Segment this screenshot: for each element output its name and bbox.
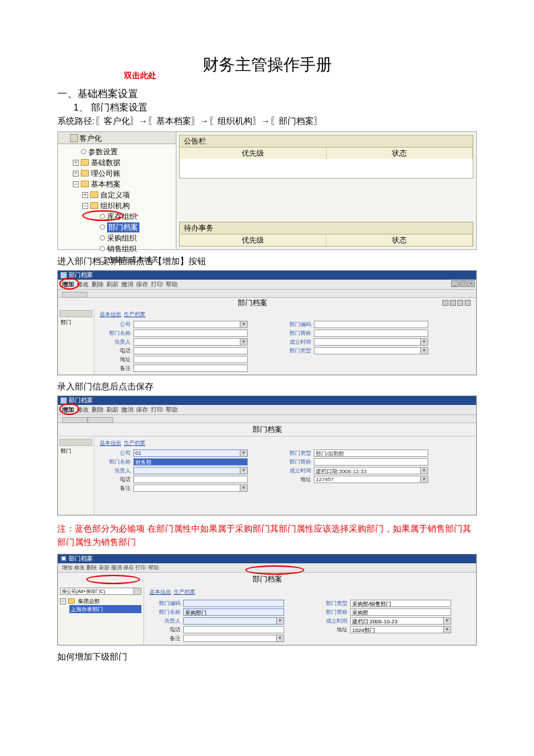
input-depttype[interactable]: 部门/后勤部 bbox=[314, 449, 428, 457]
input-resp[interactable]: ▾ bbox=[183, 617, 284, 625]
menubar[interactable]: 增加修改删除刷新撤消保存打印帮助 bbox=[58, 405, 476, 415]
form-tabs[interactable]: 基本信息生产档案 bbox=[100, 311, 471, 318]
form-tree-panel: 部门 bbox=[58, 308, 94, 375]
window-titlebar: ▣ 部门档案 bbox=[58, 555, 476, 563]
input-company[interactable]: ▾ bbox=[133, 321, 248, 328]
window-titlebar: 部门档案 bbox=[58, 271, 476, 280]
label-estdate: 成立时间 bbox=[280, 467, 311, 474]
input-deptname[interactable]: 财务部 bbox=[133, 458, 248, 466]
menubar[interactable]: 增加 修改 删除 刷新 撤消 保存 打印 帮助 bbox=[58, 563, 476, 573]
input-memo[interactable] bbox=[133, 365, 248, 372]
input-resp[interactable]: ▾ bbox=[133, 467, 248, 474]
input-estdate[interactable]: 建档日:2006-10-23▾ bbox=[350, 617, 451, 625]
input-estdate[interactable]: ▾ bbox=[314, 338, 428, 346]
todo-col-priority: 优先级 bbox=[180, 234, 327, 246]
archive-tree-panel: 按公司(Alt+按部门C) − 集团总部 上海办事部门 bbox=[58, 586, 144, 645]
input-shortname[interactable] bbox=[314, 458, 428, 466]
input-phone[interactable] bbox=[133, 476, 248, 483]
nav-path-text: 系统路径:〖客户化〗→〖基本档案〗→〖组织机构〗→〖部门档案〗 bbox=[57, 115, 477, 127]
tree-item[interactable]: 库存组织 bbox=[63, 211, 176, 222]
tree-item-selected[interactable]: 上海办事部门 bbox=[69, 605, 141, 613]
tree-root[interactable]: − 集团总部 bbox=[60, 597, 141, 605]
input-phone[interactable] bbox=[183, 626, 284, 633]
label-company: 公司 bbox=[100, 449, 131, 457]
input-company[interactable]: 01▾ bbox=[133, 449, 248, 457]
label-address: 地址 bbox=[100, 356, 131, 363]
label-depttype: 部门类型 bbox=[280, 347, 311, 354]
label-phone: 电话 bbox=[149, 626, 180, 633]
tree-root[interactable]: 部门 bbox=[59, 319, 92, 325]
input-deptcode[interactable] bbox=[183, 600, 284, 607]
form-title: 部门档案 bbox=[58, 573, 476, 586]
input-depttype[interactable]: 采购部/销售部门 bbox=[350, 600, 451, 607]
title-toolbar-icons[interactable] bbox=[441, 298, 471, 308]
tree-item[interactable]: 采购组织 bbox=[63, 232, 176, 243]
tree-root[interactable]: 部门 bbox=[59, 447, 92, 454]
label-estdate: 成立时间 bbox=[310, 617, 347, 625]
label-deptname: 部门名称 bbox=[100, 329, 131, 337]
input-deptname[interactable]: 采购部门 bbox=[183, 608, 284, 616]
tree-item[interactable]: +理公司账 bbox=[63, 168, 176, 179]
input-deptcode[interactable] bbox=[314, 321, 428, 328]
menubar[interactable]: 增加修改删除刷新撤消保存打印帮助 _□× bbox=[58, 280, 476, 290]
form-tree-panel: 部门 bbox=[58, 437, 94, 515]
input-memo[interactable]: ▾ bbox=[133, 484, 248, 492]
label-phone: 电话 bbox=[100, 347, 131, 354]
label-shortname: 部门简称 bbox=[280, 329, 311, 337]
toolbar-button[interactable] bbox=[62, 417, 88, 423]
window-controls[interactable]: _□× bbox=[450, 280, 475, 287]
tree-item[interactable]: 参数设置 bbox=[63, 146, 176, 157]
tree-item[interactable]: 仓储与成本域关 bbox=[63, 254, 176, 265]
tree-item[interactable]: +自定义项 bbox=[63, 189, 176, 200]
screenshot-dept-archive: ▣ 部门档案 增加 修改 删除 刷新 撤消 保存 打印 帮助 部门档案 按公司(… bbox=[57, 554, 477, 645]
input-address[interactable] bbox=[133, 356, 248, 363]
todo-panel: 待办事务 优先级 状态 bbox=[179, 222, 473, 247]
bulletin-panel: 公告栏 优先级 状态 bbox=[179, 135, 473, 179]
company-combo[interactable]: 按公司(Alt+按部门C) bbox=[60, 588, 141, 595]
caption-4: 如何增加下级部门 bbox=[57, 651, 477, 663]
label-phone: 电话 bbox=[100, 476, 131, 483]
screenshot-tree-nav: 客户化 参数设置 +基础数据 +理公司账 −基本档案 +自定义项 −组织机构 库… bbox=[57, 131, 477, 250]
input-deptname[interactable] bbox=[133, 329, 248, 337]
input-memo[interactable]: ▾ bbox=[183, 635, 284, 642]
input-shortname[interactable]: 采购部 bbox=[350, 608, 451, 616]
input-estdate[interactable]: 建档日期:3008-12-33▾ bbox=[314, 467, 428, 474]
maximize-icon: □ bbox=[459, 280, 467, 287]
tree-item[interactable]: 销售组织 bbox=[63, 243, 176, 254]
label-resp: 负责人 bbox=[100, 338, 131, 346]
label-shortname: 部门简称 bbox=[280, 458, 311, 466]
tree-item[interactable]: −基本档案 bbox=[63, 179, 176, 189]
input-address[interactable]: 127457▾ bbox=[314, 476, 428, 483]
bulletin-title: 公告栏 bbox=[180, 135, 473, 148]
close-icon: × bbox=[467, 280, 475, 287]
tree-item[interactable]: +基础数据 bbox=[63, 157, 176, 168]
label-depttype: 部门类型 bbox=[280, 449, 311, 457]
window-titlebar: 部门档案 bbox=[58, 396, 476, 405]
callout-label: 双击此处 bbox=[124, 70, 156, 82]
bulletin-col-status: 状态 bbox=[327, 148, 473, 159]
tree-item[interactable]: −组织机构 bbox=[63, 200, 176, 211]
caption-3: 录入部门信息后点击保存 bbox=[57, 381, 477, 393]
label-depttype: 部门类型 bbox=[310, 600, 347, 607]
input-phone[interactable] bbox=[133, 347, 248, 354]
form-title: 部门档案 bbox=[63, 298, 441, 308]
label-shortname: 部门简称 bbox=[310, 608, 347, 616]
toolbar-button[interactable] bbox=[62, 292, 88, 298]
input-address[interactable]: 1024部门▾ bbox=[350, 626, 451, 633]
label-resp: 负责人 bbox=[149, 617, 180, 625]
form-tabs[interactable]: 基本信息生产档案 bbox=[100, 439, 471, 447]
label-memo: 备注 bbox=[100, 484, 131, 492]
input-depttype[interactable]: ▾ bbox=[314, 347, 428, 354]
input-shortname[interactable] bbox=[314, 329, 428, 337]
input-resp[interactable]: ▾ bbox=[133, 338, 248, 346]
toolbar-button[interactable] bbox=[88, 417, 113, 423]
minimize-icon: _ bbox=[451, 280, 459, 287]
note-required-fields: 注：蓝色部分为必输项 在部门属性中如果属于采购部门其部门属性应该选择采购部门，如… bbox=[57, 522, 477, 548]
label-resp: 负责人 bbox=[100, 467, 131, 474]
todo-title: 待办事务 bbox=[180, 222, 473, 234]
doc-title: 财务主管操作手册 bbox=[57, 54, 477, 75]
tree-item-selected[interactable]: 部门档案 bbox=[63, 222, 176, 232]
label-deptcode: 部门编码 bbox=[280, 321, 311, 328]
form-tabs[interactable]: 基本信息生产档案 bbox=[149, 588, 471, 596]
label-address: 地址 bbox=[280, 476, 311, 483]
